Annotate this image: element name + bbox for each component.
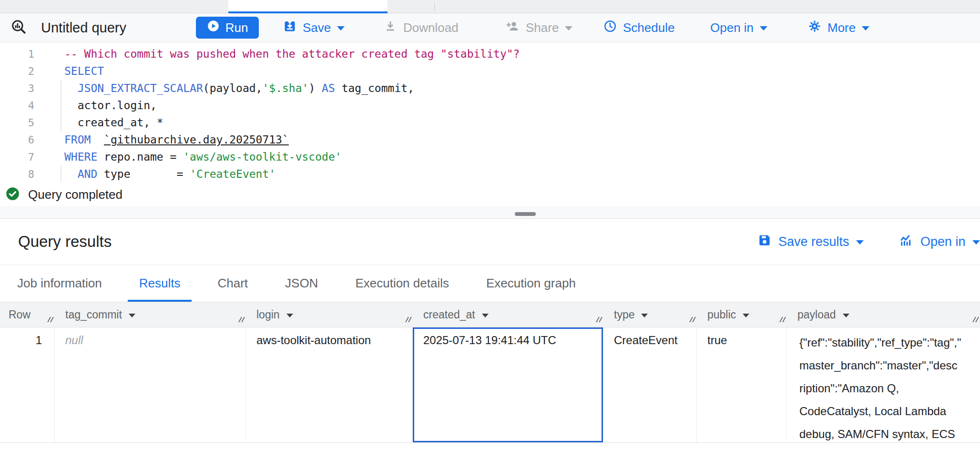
more-button[interactable]: More <box>808 13 869 42</box>
panel-resize-handle[interactable] <box>515 212 536 216</box>
table-header-row: Rowtag_commitlogincreated_attypepublicpa… <box>0 302 980 327</box>
code-token: actor.login, <box>64 99 157 112</box>
code-token: -- Which commit was pushed when the atta… <box>64 48 520 60</box>
code-token: SELECT <box>64 65 104 77</box>
column-dropdown-icon[interactable] <box>641 314 648 317</box>
code-token: JSON_EXTRACT_SCALAR <box>78 82 203 94</box>
column-resize-grip[interactable] <box>597 317 601 322</box>
cell-tag_commit[interactable]: null <box>55 327 246 442</box>
tab-execution-details[interactable]: Execution details <box>344 265 460 302</box>
code-line[interactable]: 8 AND type = 'CreateEvent' <box>0 165 980 183</box>
results-open-in-button[interactable]: Open in <box>898 219 980 265</box>
indent-guide <box>61 165 61 183</box>
save-label: Save <box>303 20 331 35</box>
cell-payload[interactable]: {"ref":"stability","ref_type":"tag","mas… <box>787 327 980 442</box>
cell-login[interactable]: aws-toolkit-automation <box>246 327 413 442</box>
save-results-button[interactable]: Save results <box>757 219 864 265</box>
cell-type[interactable]: CreateEvent <box>603 327 697 442</box>
cell-public[interactable]: true <box>697 327 787 442</box>
code-line[interactable]: 7WHERE repo.name = 'aws/aws-toolkit-vsco… <box>0 148 980 165</box>
column-header-public: public <box>697 302 787 327</box>
check-circle-icon <box>6 187 20 203</box>
tab-execution-graph[interactable]: Execution graph <box>475 265 587 302</box>
column-header-type: type <box>603 302 697 327</box>
save-results-label: Save results <box>778 235 849 249</box>
sql-editor[interactable]: 1-- Which commit was pushed when the att… <box>0 42 980 184</box>
editor-tab-strip <box>0 0 980 13</box>
column-header-row: Row <box>0 302 55 327</box>
open-in-button[interactable]: Open in <box>710 13 767 42</box>
play-icon <box>207 20 220 36</box>
code-token: (payload, <box>203 82 263 94</box>
chevron-down-icon <box>856 240 864 245</box>
active-editor-tab[interactable] <box>228 0 388 13</box>
tab-results[interactable]: Results <box>128 265 192 302</box>
query-magnifier-icon <box>10 19 27 37</box>
code-token: repo.name = <box>97 151 183 163</box>
save-icon <box>283 20 296 36</box>
code-line[interactable]: 1-- Which commit was pushed when the att… <box>0 45 980 62</box>
column-resize-grip[interactable] <box>240 317 244 322</box>
code-text: created_at, * <box>34 116 163 129</box>
line-number: 7 <box>0 151 34 163</box>
run-button[interactable]: Run <box>196 17 259 39</box>
schedule-button[interactable]: Schedule <box>603 13 674 42</box>
column-dropdown-icon[interactable] <box>743 314 749 317</box>
code-text: FROM `githubarchive.day.20250713` <box>34 133 289 146</box>
column-resize-grip[interactable] <box>49 317 52 322</box>
column-resize-grip[interactable] <box>974 317 978 322</box>
tab-strip-divider <box>434 3 435 10</box>
status-message: Query completed <box>28 187 122 202</box>
payload-text-line: {"ref":"stability","ref_type":"tag"," <box>799 331 976 354</box>
chevron-down-icon <box>862 26 869 31</box>
bigquery-console: Untitled query Run Save Download <box>0 0 980 449</box>
code-token: '$.sha' <box>262 82 308 94</box>
download-icon <box>384 20 397 36</box>
column-dropdown-icon[interactable] <box>286 314 293 317</box>
share-button: Share <box>505 13 572 42</box>
code-token: 'aws/aws-toolkit-vscode' <box>183 151 341 163</box>
code-token: type = <box>97 168 190 180</box>
column-resize-grip[interactable] <box>407 317 410 322</box>
tab-json[interactable]: JSON <box>274 265 329 302</box>
code-line[interactable]: 5 created_at, * <box>0 114 980 131</box>
line-number: 6 <box>0 134 34 146</box>
code-token: 'CreateEvent' <box>190 168 276 180</box>
open-in-label: Open in <box>710 20 754 35</box>
code-line[interactable]: 6FROM `githubarchive.day.20250713` <box>0 131 980 148</box>
more-label: More <box>827 20 856 35</box>
cell-created_at[interactable]: 2025-07-13 19:41:44 UTC <box>413 327 603 442</box>
table-reference-link[interactable]: `githubarchive.day.20250713` <box>104 133 289 146</box>
results-table: Rowtag_commitlogincreated_attypepublicpa… <box>0 302 980 443</box>
code-line[interactable]: 4 actor.login, <box>0 97 980 114</box>
line-number: 8 <box>0 168 34 180</box>
column-resize-grip[interactable] <box>781 317 785 322</box>
code-token: AS <box>322 82 335 94</box>
code-text: -- Which commit was pushed when the atta… <box>34 48 520 60</box>
column-header-label: payload <box>797 308 836 321</box>
column-header-label: public <box>707 308 736 321</box>
column-header-login: login <box>246 302 413 327</box>
run-label: Run <box>225 20 248 35</box>
column-dropdown-icon[interactable] <box>129 314 135 317</box>
download-label: Download <box>403 20 459 35</box>
code-line[interactable]: 3 JSON_EXTRACT_SCALAR(payload,'$.sha') A… <box>0 80 980 97</box>
chevron-down-icon <box>565 26 572 31</box>
cell-row[interactable]: 1 <box>0 327 55 442</box>
column-resize-grip[interactable] <box>691 317 694 322</box>
save-button[interactable]: Save <box>283 13 345 42</box>
column-dropdown-icon[interactable] <box>482 314 489 317</box>
line-number: 5 <box>0 117 34 129</box>
column-header-created_at: created_at <box>413 302 603 327</box>
chevron-down-icon <box>972 240 980 245</box>
code-token: ) <box>308 82 322 94</box>
tab-chart[interactable]: Chart <box>206 265 259 302</box>
code-token <box>91 133 104 146</box>
download-button: Download <box>384 13 459 42</box>
tab-job-information[interactable]: Job information <box>6 265 113 302</box>
code-token: FROM <box>64 133 91 146</box>
share-person-icon <box>505 19 520 37</box>
code-line[interactable]: 2SELECT <box>0 62 980 80</box>
chevron-down-icon <box>337 26 345 31</box>
column-dropdown-icon[interactable] <box>843 314 849 317</box>
